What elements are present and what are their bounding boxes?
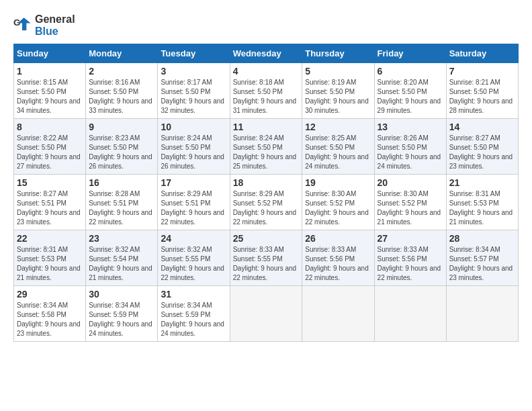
day-number: 11 xyxy=(233,122,300,132)
day-number: 13 xyxy=(378,122,443,132)
calendar-day-cell: 24Sunrise: 8:32 AMSunset: 5:55 PMDayligh… xyxy=(158,230,230,286)
calendar-day-cell: 28Sunrise: 8:34 AMSunset: 5:57 PMDayligh… xyxy=(446,230,518,286)
day-number: 17 xyxy=(161,177,226,188)
weekday-header: Saturday xyxy=(446,44,518,63)
day-number: 1 xyxy=(17,66,83,77)
day-number: 14 xyxy=(449,122,515,132)
day-number: 28 xyxy=(449,233,515,244)
day-info: Sunrise: 8:32 AMSunset: 5:55 PMDaylight:… xyxy=(161,245,226,283)
calendar-day-cell: 6Sunrise: 8:20 AMSunset: 5:50 PMDaylight… xyxy=(374,63,446,119)
day-number: 19 xyxy=(305,177,371,188)
calendar-day-cell: 13Sunrise: 8:26 AMSunset: 5:50 PMDayligh… xyxy=(374,119,446,175)
day-info: Sunrise: 8:24 AMSunset: 5:50 PMDaylight:… xyxy=(233,134,300,171)
calendar-day-cell xyxy=(302,286,374,342)
day-number: 10 xyxy=(161,122,226,132)
calendar-day-cell: 4Sunrise: 8:18 AMSunset: 5:50 PMDaylight… xyxy=(230,63,302,119)
day-number: 2 xyxy=(89,66,154,77)
day-number: 4 xyxy=(233,66,300,77)
calendar-day-cell: 8Sunrise: 8:22 AMSunset: 5:50 PMDaylight… xyxy=(14,119,86,175)
day-number: 7 xyxy=(449,66,515,77)
weekday-header: Sunday xyxy=(14,44,86,63)
day-info: Sunrise: 8:15 AMSunset: 5:50 PMDaylight:… xyxy=(17,78,83,116)
calendar-day-cell: 17Sunrise: 8:29 AMSunset: 5:51 PMDayligh… xyxy=(158,175,230,230)
calendar-week-row: 1Sunrise: 8:15 AMSunset: 5:50 PMDaylight… xyxy=(14,63,519,119)
day-info: Sunrise: 8:19 AMSunset: 5:50 PMDaylight:… xyxy=(305,78,371,116)
calendar-day-cell: 21Sunrise: 8:31 AMSunset: 5:53 PMDayligh… xyxy=(446,175,518,230)
day-number: 18 xyxy=(233,177,300,188)
calendar-week-row: 29Sunrise: 8:34 AMSunset: 5:58 PMDayligh… xyxy=(14,286,519,342)
calendar-day-cell: 9Sunrise: 8:23 AMSunset: 5:50 PMDaylight… xyxy=(86,119,158,175)
day-number: 22 xyxy=(17,233,83,244)
weekday-header: Tuesday xyxy=(158,44,230,63)
day-info: Sunrise: 8:18 AMSunset: 5:50 PMDaylight:… xyxy=(233,78,300,116)
calendar-day-cell: 18Sunrise: 8:29 AMSunset: 5:52 PMDayligh… xyxy=(230,175,302,230)
day-info: Sunrise: 8:30 AMSunset: 5:52 PMDaylight:… xyxy=(305,189,371,227)
day-info: Sunrise: 8:32 AMSunset: 5:54 PMDaylight:… xyxy=(89,245,154,283)
day-number: 5 xyxy=(305,66,371,77)
day-info: Sunrise: 8:22 AMSunset: 5:50 PMDaylight:… xyxy=(17,134,83,171)
day-info: Sunrise: 8:31 AMSunset: 5:53 PMDaylight:… xyxy=(17,245,83,283)
logo: G General Blue xyxy=(13,13,75,37)
day-number: 29 xyxy=(17,289,83,300)
calendar-day-cell: 12Sunrise: 8:25 AMSunset: 5:50 PMDayligh… xyxy=(302,119,374,175)
weekday-header: Thursday xyxy=(302,44,374,63)
day-info: Sunrise: 8:20 AMSunset: 5:50 PMDaylight:… xyxy=(378,78,443,116)
day-info: Sunrise: 8:24 AMSunset: 5:50 PMDaylight:… xyxy=(161,134,226,171)
calendar-day-cell: 29Sunrise: 8:34 AMSunset: 5:58 PMDayligh… xyxy=(14,286,86,342)
day-number: 20 xyxy=(378,177,443,188)
calendar-day-cell: 20Sunrise: 8:30 AMSunset: 5:52 PMDayligh… xyxy=(374,175,446,230)
calendar-day-cell: 25Sunrise: 8:33 AMSunset: 5:55 PMDayligh… xyxy=(230,230,302,286)
day-info: Sunrise: 8:28 AMSunset: 5:51 PMDaylight:… xyxy=(89,189,154,227)
day-number: 25 xyxy=(233,233,300,244)
day-number: 21 xyxy=(449,177,515,188)
calendar-header-row: SundayMondayTuesdayWednesdayThursdayFrid… xyxy=(14,44,519,63)
day-number: 8 xyxy=(17,122,83,132)
day-number: 26 xyxy=(305,233,371,244)
calendar-day-cell: 31Sunrise: 8:34 AMSunset: 5:59 PMDayligh… xyxy=(158,286,230,342)
day-info: Sunrise: 8:26 AMSunset: 5:50 PMDaylight:… xyxy=(378,134,443,171)
calendar-day-cell: 11Sunrise: 8:24 AMSunset: 5:50 PMDayligh… xyxy=(230,119,302,175)
calendar-day-cell: 1Sunrise: 8:15 AMSunset: 5:50 PMDaylight… xyxy=(14,63,86,119)
day-number: 30 xyxy=(89,289,154,300)
day-number: 9 xyxy=(89,122,154,132)
day-info: Sunrise: 8:31 AMSunset: 5:53 PMDaylight:… xyxy=(449,189,515,227)
day-info: Sunrise: 8:33 AMSunset: 5:56 PMDaylight:… xyxy=(305,245,371,283)
calendar-week-row: 22Sunrise: 8:31 AMSunset: 5:53 PMDayligh… xyxy=(14,230,519,286)
page-header: G General Blue xyxy=(13,13,519,37)
day-info: Sunrise: 8:25 AMSunset: 5:50 PMDaylight:… xyxy=(305,134,371,171)
day-number: 31 xyxy=(161,289,226,300)
logo-line1: General xyxy=(35,13,75,25)
day-number: 6 xyxy=(378,66,443,77)
day-info: Sunrise: 8:21 AMSunset: 5:50 PMDaylight:… xyxy=(449,78,515,116)
calendar-day-cell: 30Sunrise: 8:34 AMSunset: 5:59 PMDayligh… xyxy=(86,286,158,342)
calendar-day-cell: 26Sunrise: 8:33 AMSunset: 5:56 PMDayligh… xyxy=(302,230,374,286)
calendar-day-cell: 22Sunrise: 8:31 AMSunset: 5:53 PMDayligh… xyxy=(14,230,86,286)
calendar-day-cell xyxy=(374,286,446,342)
calendar-day-cell: 27Sunrise: 8:33 AMSunset: 5:56 PMDayligh… xyxy=(374,230,446,286)
day-number: 12 xyxy=(305,122,371,132)
day-info: Sunrise: 8:16 AMSunset: 5:50 PMDaylight:… xyxy=(89,78,154,116)
calendar-day-cell: 7Sunrise: 8:21 AMSunset: 5:50 PMDaylight… xyxy=(446,63,518,119)
calendar-day-cell: 19Sunrise: 8:30 AMSunset: 5:52 PMDayligh… xyxy=(302,175,374,230)
day-info: Sunrise: 8:34 AMSunset: 5:59 PMDaylight:… xyxy=(89,301,154,338)
calendar-day-cell xyxy=(230,286,302,342)
calendar-day-cell: 2Sunrise: 8:16 AMSunset: 5:50 PMDaylight… xyxy=(86,63,158,119)
day-number: 16 xyxy=(89,177,154,188)
calendar-day-cell: 14Sunrise: 8:27 AMSunset: 5:50 PMDayligh… xyxy=(446,119,518,175)
logo-line2: Blue xyxy=(35,26,58,37)
day-info: Sunrise: 8:27 AMSunset: 5:51 PMDaylight:… xyxy=(17,189,83,227)
day-info: Sunrise: 8:23 AMSunset: 5:50 PMDaylight:… xyxy=(89,134,154,171)
day-info: Sunrise: 8:33 AMSunset: 5:55 PMDaylight:… xyxy=(233,245,300,283)
day-info: Sunrise: 8:33 AMSunset: 5:56 PMDaylight:… xyxy=(378,245,443,283)
calendar-day-cell: 10Sunrise: 8:24 AMSunset: 5:50 PMDayligh… xyxy=(158,119,230,175)
day-number: 24 xyxy=(161,233,226,244)
day-info: Sunrise: 8:17 AMSunset: 5:50 PMDaylight:… xyxy=(161,78,226,116)
calendar-week-row: 15Sunrise: 8:27 AMSunset: 5:51 PMDayligh… xyxy=(14,175,519,230)
day-info: Sunrise: 8:29 AMSunset: 5:52 PMDaylight:… xyxy=(233,189,300,227)
calendar-day-cell: 5Sunrise: 8:19 AMSunset: 5:50 PMDaylight… xyxy=(302,63,374,119)
day-info: Sunrise: 8:27 AMSunset: 5:50 PMDaylight:… xyxy=(449,134,515,171)
day-number: 27 xyxy=(378,233,443,244)
day-info: Sunrise: 8:34 AMSunset: 5:58 PMDaylight:… xyxy=(17,301,83,338)
calendar-day-cell xyxy=(446,286,518,342)
day-number: 15 xyxy=(17,177,83,188)
